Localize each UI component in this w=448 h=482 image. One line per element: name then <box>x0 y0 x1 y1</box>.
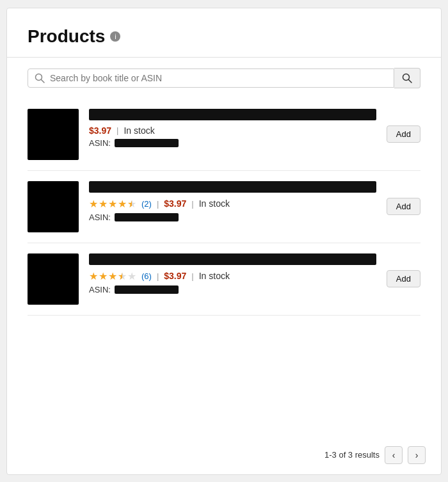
search-button[interactable] <box>394 68 420 88</box>
products-panel: Products i $3.97 | <box>6 8 442 475</box>
page-title: Products <box>28 26 105 47</box>
asin-value-redacted <box>115 139 179 147</box>
product-title-redacted <box>89 253 376 265</box>
star-5 <box>127 198 136 210</box>
star-3: ★ <box>108 270 117 282</box>
svg-line-1 <box>42 79 45 83</box>
product-info: $3.97 | In stock ASIN: <box>89 109 376 148</box>
star-2: ★ <box>99 270 108 282</box>
star-1: ★ <box>89 270 98 282</box>
product-thumbnail <box>28 253 79 305</box>
product-meta: ★ ★ ★ ★ (6) | $3.97 | In stock <box>89 270 376 282</box>
product-stock: In stock <box>199 271 230 281</box>
star-4 <box>118 270 127 282</box>
product-price: $3.97 <box>164 271 186 281</box>
review-count: (6) <box>141 271 152 281</box>
product-thumbnail <box>28 181 79 232</box>
search-area <box>7 58 441 99</box>
search-icon <box>35 73 45 83</box>
product-stock: In stock <box>199 198 230 209</box>
table-row: $3.97 | In stock ASIN: Add <box>28 99 420 171</box>
asin-value-redacted <box>115 213 179 221</box>
product-meta: $3.97 | In stock <box>89 125 376 136</box>
star-1: ★ <box>89 198 98 210</box>
star-4: ★ <box>118 198 127 210</box>
asin-label: ASIN: <box>89 285 111 294</box>
prev-page-button[interactable]: ‹ <box>385 446 403 464</box>
asin-row: ASIN: <box>89 213 376 222</box>
add-button[interactable]: Add <box>387 198 420 215</box>
pagination-summary: 1-3 of 3 results <box>324 450 380 460</box>
review-count: (2) <box>141 199 152 209</box>
panel-header: Products i <box>7 8 441 58</box>
product-title-redacted <box>89 109 376 120</box>
star-5: ★ <box>127 270 136 282</box>
product-thumbnail <box>28 109 79 160</box>
svg-line-3 <box>409 79 412 83</box>
pagination-row: 1-3 of 3 results ‹ › <box>324 446 426 464</box>
product-price: $3.97 <box>89 125 111 136</box>
asin-row: ASIN: <box>89 285 376 294</box>
add-button[interactable]: Add <box>387 125 420 143</box>
search-button-icon <box>402 73 412 83</box>
add-button[interactable]: Add <box>387 270 420 287</box>
info-icon[interactable]: i <box>110 31 120 42</box>
asin-label: ASIN: <box>89 138 111 148</box>
product-stock: In stock <box>124 125 154 136</box>
product-list: $3.97 | In stock ASIN: Add ★ ★ <box>7 99 441 316</box>
search-wrapper <box>28 68 394 88</box>
table-row: ★ ★ ★ ★ (6) | $3.97 | In stock ASIN: <box>28 243 420 316</box>
product-info: ★ ★ ★ ★ (6) | $3.97 | In stock ASIN: <box>89 253 376 294</box>
star-2: ★ <box>99 198 108 210</box>
star-rating: ★ ★ ★ ★ <box>89 198 136 210</box>
asin-row: ASIN: <box>89 138 376 148</box>
table-row: ★ ★ ★ ★ (2) | $3.97 | In stock ASIN: <box>28 171 420 243</box>
asin-value-redacted <box>115 285 179 294</box>
search-input[interactable] <box>50 73 387 83</box>
asin-label: ASIN: <box>89 213 111 222</box>
product-info: ★ ★ ★ ★ (2) | $3.97 | In stock ASIN: <box>89 181 376 222</box>
star-3: ★ <box>108 198 117 210</box>
product-meta: ★ ★ ★ ★ (2) | $3.97 | In stock <box>89 198 376 210</box>
next-page-button[interactable]: › <box>408 446 426 464</box>
product-price: $3.97 <box>164 198 186 209</box>
star-rating: ★ ★ ★ ★ <box>89 270 136 282</box>
product-title-redacted <box>89 181 376 193</box>
